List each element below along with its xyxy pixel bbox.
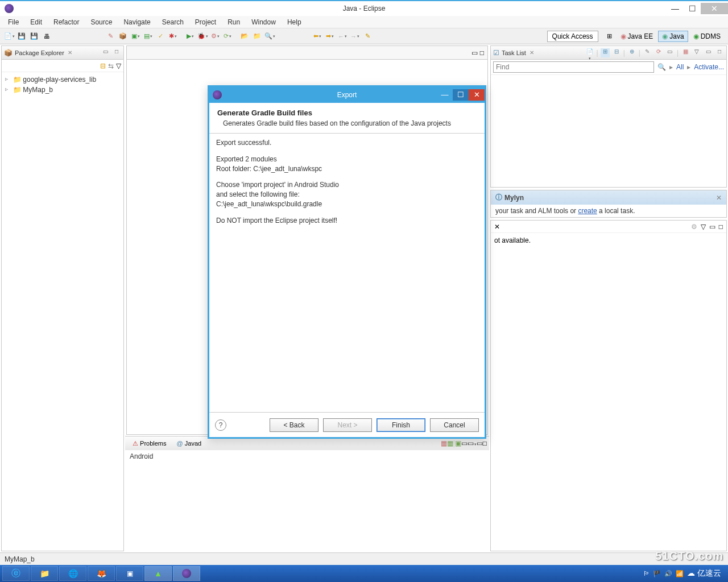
debug-button[interactable]: ✱ — [167, 31, 179, 42]
task-tb-3[interactable]: ⊕ — [627, 48, 636, 57]
maximize-view-icon[interactable]: □ — [719, 223, 723, 231]
task-tb-4[interactable]: ✎ — [643, 48, 652, 57]
taskbar-chrome[interactable]: 🌐 — [59, 566, 86, 581]
tree-item[interactable]: 📁 google-play-services_lib — [5, 74, 120, 85]
tab-problems[interactable]: ⚠ Problems — [127, 438, 172, 449]
open-folder-icon[interactable]: 📂 — [239, 31, 250, 42]
minimize-view-icon[interactable]: ▭ — [101, 48, 110, 57]
console-icon-5[interactable]: ▭ — [468, 439, 477, 447]
mylyn-create-link[interactable]: create — [578, 207, 597, 215]
maximize-view-icon[interactable]: □ — [112, 48, 121, 57]
search-icon[interactable]: 🔍 — [657, 63, 666, 71]
menu-search[interactable]: Search — [156, 17, 189, 27]
maximize-button[interactable]: ☐ — [684, 3, 701, 14]
task-tb-7[interactable]: ▦ — [681, 48, 690, 57]
save-button[interactable]: 💾 — [16, 31, 27, 42]
open-perspective-icon[interactable]: ⊞ — [604, 31, 615, 42]
maximize-view-icon[interactable]: □ — [715, 48, 724, 57]
minimize-button[interactable]: — — [667, 3, 684, 14]
run-button[interactable]: ▶ — [184, 31, 196, 42]
tray-volume-icon[interactable]: 🔊 — [664, 570, 672, 577]
minimize-bottom-icon[interactable]: ▭ — [477, 439, 483, 447]
menu-help[interactable]: Help — [282, 17, 307, 27]
close-icon[interactable]: ✕ — [716, 194, 722, 202]
perspective-javaee[interactable]: ◉Java EE — [617, 31, 657, 42]
outline-tb-1[interactable]: ⚙ — [691, 223, 697, 231]
tray-flag-icon[interactable]: 🏳 — [643, 570, 650, 577]
menu-refactor[interactable]: Refactor — [48, 17, 85, 27]
debug2-button[interactable]: 🐞 — [197, 31, 208, 42]
print-button[interactable]: 🖶 — [41, 31, 52, 42]
nav-fwd-icon[interactable]: ➡ — [324, 31, 336, 42]
tree-item[interactable]: 📁 MyMap_b — [5, 85, 120, 95]
nav-back-icon[interactable]: ⬅ — [312, 31, 323, 42]
help-icon[interactable]: ? — [215, 419, 226, 431]
minimize-view-icon[interactable]: ▭ — [704, 48, 713, 57]
menu-edit[interactable]: Edit — [24, 17, 48, 27]
finish-button[interactable]: Finish — [377, 418, 425, 432]
tab-javadoc[interactable]: @ Javad — [172, 438, 207, 448]
menu-run[interactable]: Run — [222, 17, 246, 27]
back-button[interactable]: < Back — [270, 418, 318, 432]
taskbar-android-studio[interactable]: ▲ — [144, 566, 172, 581]
perspective-java[interactable]: ◉Java — [658, 31, 688, 42]
build-button[interactable]: ⟳ — [222, 31, 233, 42]
search-toolbar-icon[interactable]: 🔍 — [264, 31, 275, 42]
lint-button[interactable]: ✓ — [155, 31, 166, 42]
collapse-icon[interactable]: ⊟ — [100, 62, 106, 70]
sdk-button[interactable]: ▣ — [130, 31, 141, 42]
taskbar-app1[interactable]: ▣ — [116, 566, 143, 581]
dialog-close[interactable]: ✕ — [469, 89, 485, 101]
nav-prev-icon[interactable]: ← — [337, 31, 348, 42]
taskbar-eclipse[interactable] — [173, 566, 200, 581]
view-menu-icon[interactable]: ▽ — [116, 62, 121, 70]
link-icon[interactable]: ⇆ — [108, 62, 114, 70]
taskbar-firefox[interactable]: 🦊 — [88, 566, 115, 581]
cancel-button[interactable]: Cancel — [430, 418, 479, 432]
maximize-bottom-icon[interactable]: □ — [483, 439, 487, 447]
console-icon-2[interactable]: ▦ — [447, 439, 453, 447]
perspective-ddms[interactable]: ◉DDMS — [689, 31, 725, 42]
pin-icon[interactable]: ✎ — [362, 31, 373, 42]
console-icon-1[interactable]: ▦ — [441, 439, 447, 447]
menu-navigate[interactable]: Navigate — [118, 17, 156, 27]
new-button[interactable]: 📄 — [3, 31, 15, 42]
task-tb-5[interactable]: ⟳ — [654, 48, 663, 57]
menu-file[interactable]: File — [2, 17, 24, 27]
dialog-maximize[interactable]: ☐ — [453, 89, 469, 101]
taskbar-explorer[interactable]: 📁 — [31, 566, 58, 581]
open-type-icon[interactable]: 📁 — [251, 31, 263, 42]
console-icon-4[interactable]: ▭ — [461, 439, 468, 447]
task-all-link[interactable]: All — [676, 63, 684, 71]
save-all-button[interactable]: 💾 — [28, 31, 40, 42]
tray-network-icon[interactable]: 📶 — [676, 570, 684, 577]
dialog-minimize[interactable]: — — [437, 89, 453, 101]
maximize-editor-icon[interactable]: □ — [480, 49, 484, 57]
avd-button[interactable]: ▤ — [142, 31, 154, 42]
close-button[interactable]: ✕ — [701, 3, 728, 14]
menu-window[interactable]: Window — [246, 17, 282, 27]
menu-source[interactable]: Source — [85, 17, 118, 27]
close-tab-icon[interactable]: ✕ — [530, 49, 534, 56]
wand-icon[interactable]: ✎ — [105, 31, 116, 42]
task-activate-link[interactable]: Activate... — [694, 63, 724, 71]
minimize-view-icon[interactable]: ▭ — [709, 223, 715, 231]
tray-cloud-icon[interactable]: ☁ 亿速云 — [687, 568, 721, 579]
task-find-input[interactable] — [493, 61, 654, 73]
close-tab-icon[interactable]: ✕ — [68, 49, 72, 56]
close-tab-icon[interactable]: ✕ — [494, 223, 500, 231]
menu-project[interactable]: Project — [189, 17, 222, 27]
package-icon[interactable]: 📦 — [117, 31, 129, 42]
task-tb-1[interactable]: ⊞ — [601, 48, 610, 57]
task-tb-6[interactable]: ▭ — [665, 48, 675, 57]
external-button[interactable]: ⚙ — [209, 31, 221, 42]
quick-access[interactable]: Quick Access — [547, 31, 598, 42]
taskbar-ie[interactable]: ⓔ — [2, 566, 30, 581]
tray-action-icon[interactable]: 🏴 — [653, 570, 661, 577]
new-task-icon[interactable]: 📄 — [585, 48, 594, 57]
minimize-editor-icon[interactable]: ▭ — [471, 49, 478, 57]
task-tb-2[interactable]: ⊟ — [612, 48, 621, 57]
nav-next-icon[interactable]: → — [349, 31, 361, 42]
console-icon-3[interactable]: ▣ — [455, 439, 461, 447]
view-menu-icon[interactable]: ▽ — [701, 223, 706, 231]
